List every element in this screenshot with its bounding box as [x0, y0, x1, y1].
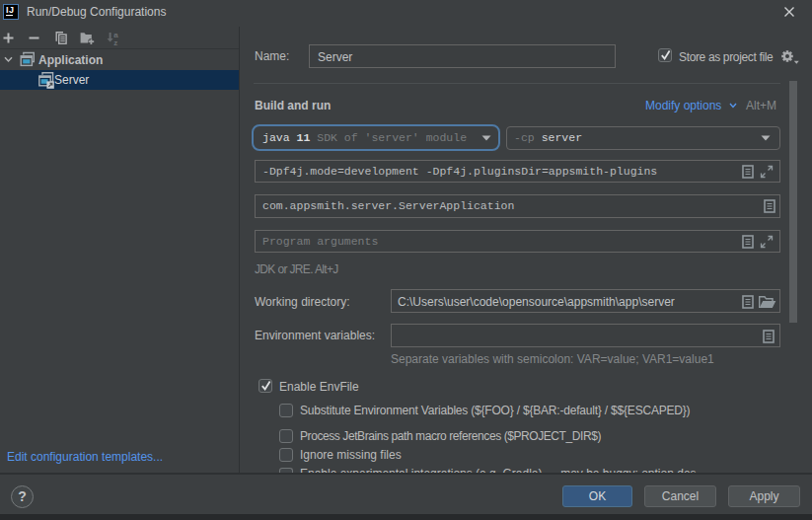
svg-text:z: z: [113, 38, 117, 45]
